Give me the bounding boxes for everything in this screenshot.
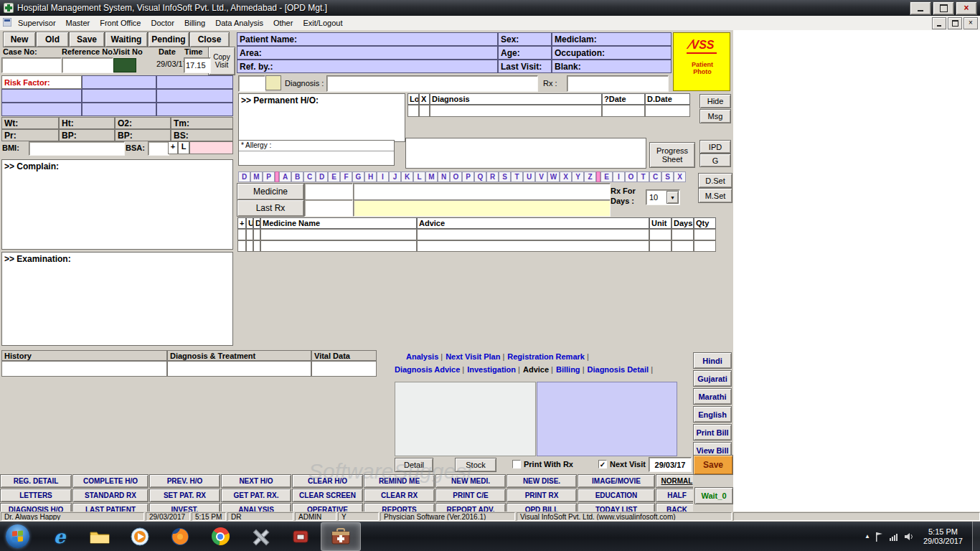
tab[interactable]: Investigation: [467, 365, 520, 374]
med-row-cell[interactable]: [694, 240, 716, 252]
minimize-icon[interactable]: [910, 1, 931, 15]
diag-row-cell[interactable]: [419, 105, 430, 117]
alphabet-key[interactable]: I: [613, 171, 625, 182]
bp2-field[interactable]: BP:: [115, 129, 171, 141]
grid-button[interactable]: TODAY LIST: [578, 503, 655, 512]
vital-data-cell[interactable]: [311, 361, 377, 377]
menu-item[interactable]: Other: [268, 17, 298, 29]
diagnosis-treatment-cell[interactable]: [167, 361, 311, 377]
bsa-input[interactable]: [148, 141, 169, 156]
alphabet-key[interactable]: O: [450, 171, 462, 182]
menu-item[interactable]: Data Analysis: [210, 17, 268, 29]
history-cell[interactable]: [1, 361, 167, 377]
menu-item[interactable]: Billing: [179, 17, 210, 29]
grid-button[interactable]: NORMAL: [656, 474, 693, 488]
language-button[interactable]: Print Bill: [693, 424, 732, 441]
next-visit-checkbox[interactable]: ✓: [598, 460, 607, 468]
risk-cell[interactable]: [82, 103, 156, 116]
grid-button[interactable]: STANDARD RX: [72, 489, 149, 502]
last-rx-input[interactable]: [353, 199, 611, 217]
close-icon[interactable]: ×: [956, 1, 977, 15]
alphabet-key[interactable]: A: [279, 171, 291, 182]
msg-button[interactable]: Msg: [699, 109, 731, 123]
alphabet-key[interactable]: S: [661, 171, 674, 182]
alphabet-key[interactable]: X: [560, 171, 572, 182]
show-desktop-button[interactable]: [972, 522, 980, 551]
sex-field[interactable]: Sex:: [498, 32, 552, 46]
occupation-field[interactable]: Occupation:: [552, 46, 672, 60]
last-visit-field[interactable]: Last Visit:: [498, 60, 552, 73]
alphabet-key[interactable]: D: [316, 171, 328, 182]
save-button[interactable]: Save: [693, 455, 733, 475]
grid-button[interactable]: EDUCATION: [578, 489, 655, 502]
tab[interactable]: Billing: [556, 365, 585, 374]
diagnosis-color-box[interactable]: [265, 75, 281, 90]
grid-button[interactable]: HALF: [656, 489, 693, 502]
dset-button[interactable]: D.Set: [698, 173, 732, 188]
rx-days-select[interactable]: 10 ▼: [646, 189, 680, 205]
med-row-cell[interactable]: [253, 229, 260, 240]
grid-button[interactable]: NEW MEDI.: [435, 474, 506, 488]
med-row-cell[interactable]: [694, 229, 716, 240]
menu-item[interactable]: Supervisor: [13, 17, 61, 29]
taskbar-ie-icon[interactable]: e: [39, 522, 80, 551]
bs-field[interactable]: BS:: [171, 129, 233, 141]
menu-item[interactable]: Exit/Logout: [298, 17, 347, 29]
old-button[interactable]: Old: [36, 32, 69, 47]
copy-visit-button[interactable]: Copy Visit: [208, 47, 235, 75]
med-row-cell[interactable]: [417, 229, 649, 240]
tray-volume-icon[interactable]: [904, 532, 914, 541]
med-row-cell[interactable]: [237, 229, 246, 240]
language-button[interactable]: Hindi: [693, 352, 732, 369]
wt-field[interactable]: Wt:: [1, 117, 59, 129]
progress-sheet-button[interactable]: Progress Sheet: [649, 142, 695, 168]
diag-row-cell[interactable]: [645, 105, 690, 117]
reference-no-input[interactable]: [62, 57, 113, 73]
alphabet-key[interactable]: I: [377, 171, 389, 182]
med-row-cell[interactable]: [246, 240, 253, 252]
grid-button[interactable]: OPERATIVE: [292, 503, 363, 512]
risk-cell[interactable]: [1, 103, 82, 116]
alphabet-key[interactable]: E: [328, 171, 340, 182]
diag-row-cell[interactable]: [430, 105, 602, 117]
alphabet-key[interactable]: K: [401, 171, 413, 182]
med-row-cell[interactable]: [253, 240, 260, 252]
taskbar-explorer-icon[interactable]: [80, 522, 120, 551]
alphabet-key[interactable]: D: [238, 171, 250, 182]
taskbar-chrome-icon[interactable]: [200, 522, 240, 551]
med-row-cell[interactable]: [672, 229, 694, 240]
age-field[interactable]: Age:: [498, 46, 552, 60]
diag-row-cell[interactable]: [602, 105, 645, 117]
grid-button[interactable]: NEW DISE.: [507, 474, 577, 488]
risk-cell[interactable]: [1, 89, 82, 103]
rx-input[interactable]: [567, 75, 669, 92]
alphabet-key[interactable]: P: [263, 171, 275, 182]
tab[interactable]: Diagnosis Detail: [588, 365, 654, 374]
pr-field[interactable]: Pr:: [1, 129, 59, 141]
bmi-input[interactable]: [29, 141, 125, 156]
alphabet-key[interactable]: M: [425, 171, 438, 182]
med-row-cell[interactable]: [417, 240, 649, 252]
med-row-cell[interactable]: [649, 240, 672, 252]
alphabet-key[interactable]: W: [547, 171, 560, 182]
case-no-input[interactable]: [1, 57, 62, 73]
alphabet-key[interactable]: H: [364, 171, 377, 182]
alphabet-key[interactable]: R: [486, 171, 499, 182]
patient-photo-box[interactable]: ⁄VSS Patient Photo: [673, 32, 730, 91]
advice-right-panel[interactable]: [537, 382, 677, 456]
alphabet-key[interactable]: C: [303, 171, 316, 182]
l-toggle[interactable]: L: [178, 141, 189, 154]
alphabet-key[interactable]: B: [291, 171, 303, 182]
waiting-button[interactable]: Waiting: [105, 32, 148, 47]
chevron-down-icon[interactable]: ▼: [666, 191, 679, 204]
pink-indicator-field[interactable]: [189, 141, 233, 154]
tab[interactable]: Advice: [523, 365, 553, 374]
taskbar-clock[interactable]: 5:15 PM 29/03/2017: [923, 527, 963, 546]
detail-button[interactable]: Detail: [395, 458, 433, 472]
restore-icon[interactable]: [933, 1, 954, 15]
patient-name-field[interactable]: Patient Name:: [237, 32, 498, 46]
save-toolbar-button[interactable]: Save: [69, 32, 105, 47]
ref-by-field[interactable]: Ref. by.:: [237, 60, 498, 73]
hide-button[interactable]: Hide: [699, 94, 731, 108]
language-button[interactable]: English: [693, 406, 732, 423]
